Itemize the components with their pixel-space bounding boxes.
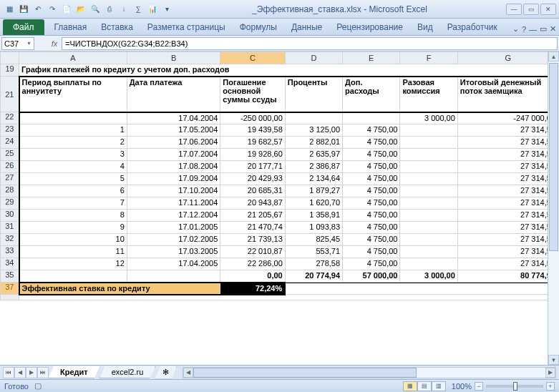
cell-cashflow[interactable]: 27 314,58 xyxy=(457,185,558,197)
vertical-scrollbar[interactable]: ▲ ▼ xyxy=(548,52,559,365)
cell-principal[interactable]: 22 286,00 xyxy=(220,258,285,270)
cell-cashflow[interactable]: 27 314,58 xyxy=(457,149,558,161)
sort-icon[interactable]: ↓ xyxy=(117,3,130,16)
zoom-level[interactable]: 100% xyxy=(452,382,472,391)
cell-interest[interactable]: 2 635,97 xyxy=(285,149,342,161)
total-F[interactable]: 3 000,00 xyxy=(400,270,457,283)
result-value-selected-cell[interactable]: 72,24% xyxy=(220,283,285,295)
row-37-result[interactable]: 37 Эффективная ставка по кредиту 72,24% xyxy=(1,283,559,295)
cell-date[interactable]: 17.02.2005 xyxy=(127,234,220,246)
cell-principal[interactable]: 19 928,60 xyxy=(220,149,285,161)
cell-principal[interactable]: 22 010,87 xyxy=(220,246,285,258)
cell-interest[interactable]: 2 386,87 xyxy=(285,161,342,173)
cell-interest[interactable]: 2 134,64 xyxy=(285,173,342,185)
cell-interest[interactable] xyxy=(285,112,342,124)
table-row[interactable]: 25317.07.200419 928,602 635,974 750,0027… xyxy=(1,149,559,161)
cell-principal[interactable]: 20 177,71 xyxy=(220,161,285,173)
cell-extra[interactable] xyxy=(343,112,400,124)
cell-interest[interactable]: 1 879,27 xyxy=(285,185,342,197)
cell-period[interactable]: 4 xyxy=(19,161,127,173)
cell-cashflow[interactable]: 27 314,58 xyxy=(457,173,558,185)
header-cashflow[interactable]: Итоговый денежный поток заемщика xyxy=(457,77,558,112)
result-label[interactable]: Эффективная ставка по кредиту xyxy=(19,283,220,295)
new-icon[interactable]: 📄 xyxy=(60,3,73,16)
total-A[interactable] xyxy=(19,270,127,283)
scroll-up-icon[interactable]: ▲ xyxy=(548,52,559,62)
vscroll-thumb[interactable] xyxy=(549,63,558,251)
tab-formulas[interactable]: Формулы xyxy=(233,19,284,35)
cell-date[interactable]: 17.03.2005 xyxy=(127,246,220,258)
tab-review[interactable]: Рецензирование xyxy=(329,19,410,35)
cell-period[interactable]: 11 xyxy=(19,246,127,258)
cell-extra[interactable]: 4 750,00 xyxy=(343,222,400,234)
sheet-tab-credit[interactable]: Кредит xyxy=(48,366,100,378)
help-icon[interactable]: ? xyxy=(522,25,526,34)
view-page-layout-icon[interactable]: ▤ xyxy=(417,381,432,391)
tab-view[interactable]: Вид xyxy=(410,19,440,35)
workbook-minimize-icon[interactable]: — xyxy=(529,25,537,34)
ribbon-collapse-icon[interactable]: ⌄ xyxy=(512,24,519,34)
select-all-corner[interactable] xyxy=(1,52,19,64)
cell-interest[interactable]: 278,58 xyxy=(285,258,342,270)
cell-principal[interactable]: -250 000,00 xyxy=(220,112,285,124)
cell-fee[interactable] xyxy=(400,185,457,197)
fx-icon[interactable]: fx xyxy=(49,38,60,49)
total-E[interactable]: 57 000,00 xyxy=(343,270,400,283)
cell-interest[interactable]: 1 620,70 xyxy=(285,197,342,210)
cell-cashflow[interactable]: 27 314,58 xyxy=(457,137,558,149)
table-row[interactable]: 30817.12.200421 205,671 358,914 750,0027… xyxy=(1,210,559,222)
cell-interest[interactable]: 553,71 xyxy=(285,246,342,258)
cell-fee[interactable] xyxy=(400,210,457,222)
zoom-slider-knob[interactable] xyxy=(513,382,517,391)
total-B[interactable] xyxy=(127,270,220,283)
minimize-button[interactable]: — xyxy=(506,4,522,15)
formula-input[interactable]: =ЧИСТВНДОХ(G22:G34;B22:B34) xyxy=(62,37,558,50)
open-icon[interactable]: 📂 xyxy=(74,3,87,16)
total-C[interactable]: 0,00 xyxy=(220,270,285,283)
save-icon[interactable]: 💾 xyxy=(17,3,30,16)
total-G[interactable]: 80 774,94 xyxy=(457,270,558,283)
zoom-in-button[interactable]: + xyxy=(546,382,555,391)
cell-fee[interactable] xyxy=(400,137,457,149)
col-header-A[interactable]: A xyxy=(19,52,127,64)
table-row[interactable]: 29717.11.200420 943,871 620,704 750,0027… xyxy=(1,197,559,210)
cell-cashflow[interactable]: 27 314,58 xyxy=(457,258,558,270)
cell-period[interactable]: 3 xyxy=(19,149,127,161)
cell-interest[interactable]: 2 882,01 xyxy=(285,137,342,149)
cell-period[interactable]: 5 xyxy=(19,173,127,185)
col-header-G[interactable]: G xyxy=(457,52,558,64)
cell-principal[interactable]: 19 439,58 xyxy=(220,124,285,137)
cell-extra[interactable]: 4 750,00 xyxy=(343,173,400,185)
cell-date[interactable]: 17.05.2004 xyxy=(127,124,220,137)
row-19[interactable]: 19 График платежей по кредиту с учетом д… xyxy=(1,64,559,77)
cell-extra[interactable]: 4 750,00 xyxy=(343,197,400,210)
view-page-break-icon[interactable]: ▥ xyxy=(432,381,446,391)
tab-insert[interactable]: Вставка xyxy=(94,19,140,35)
cell-extra[interactable]: 4 750,00 xyxy=(343,161,400,173)
cell-date[interactable]: 17.04.2004 xyxy=(127,112,220,124)
cell-extra[interactable]: 4 750,00 xyxy=(343,137,400,149)
zoom-out-button[interactable]: − xyxy=(475,382,483,391)
cell-fee[interactable] xyxy=(400,161,457,173)
cell-date[interactable]: 17.06.2004 xyxy=(127,137,220,149)
cell-date[interactable]: 17.04.2005 xyxy=(127,258,220,270)
table-row[interactable]: 23117.05.200419 439,583 125,004 750,0027… xyxy=(1,124,559,137)
cell-extra[interactable]: 4 750,00 xyxy=(343,210,400,222)
sheet-nav-first-icon[interactable]: ⏮ xyxy=(3,367,14,378)
row-20-21[interactable]: 21 Период выплаты по аннуитету Дата плат… xyxy=(1,77,559,112)
cell-principal[interactable]: 21 205,67 xyxy=(220,210,285,222)
cell-fee[interactable] xyxy=(400,124,457,137)
cell-date[interactable]: 17.08.2004 xyxy=(127,161,220,173)
view-normal-icon[interactable]: ▦ xyxy=(403,381,417,391)
sheet-nav-prev-icon[interactable]: ◀ xyxy=(14,367,26,378)
cell-fee[interactable] xyxy=(400,246,457,258)
chart-icon[interactable]: 📊 xyxy=(146,3,159,16)
cell-date[interactable]: 17.11.2004 xyxy=(127,197,220,210)
tab-data[interactable]: Данные xyxy=(284,19,329,35)
file-tab[interactable]: Файл xyxy=(3,19,44,35)
header-date[interactable]: Дата платежа xyxy=(127,77,220,112)
cell-fee[interactable] xyxy=(400,173,457,185)
col-header-D[interactable]: D xyxy=(285,52,342,64)
col-header-E[interactable]: E xyxy=(343,52,400,64)
table-row[interactable]: 2217.04.2004-250 000,003 000,00-247 000,… xyxy=(1,112,559,124)
